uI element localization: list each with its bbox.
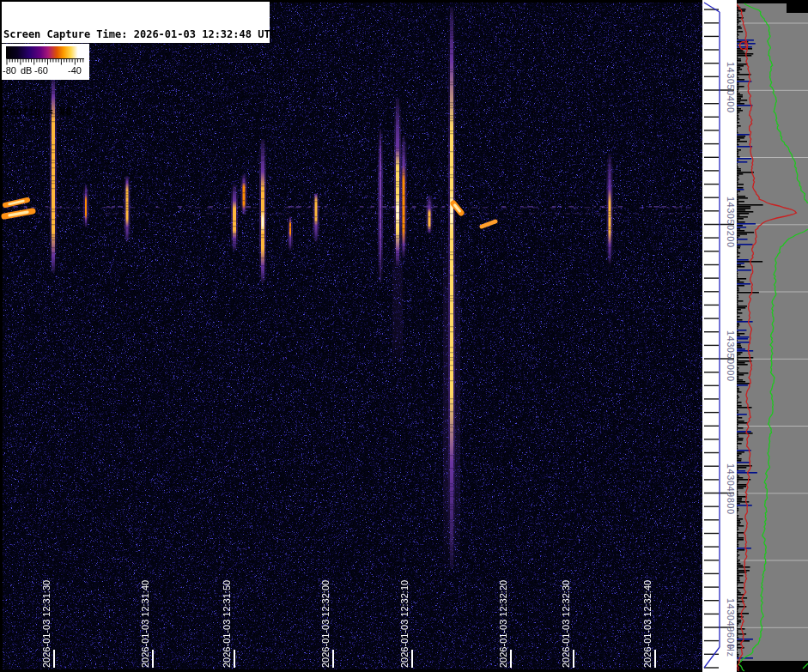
screen-capture: Screen Capture Time: 2026-01-03 12:32:48… (0, 0, 808, 672)
time-tick-label: 2026-01-03 12:32:20 (498, 580, 508, 668)
color-scale-gradient (6, 46, 84, 58)
time-tick-label: 2026-01-03 12:31:30 (41, 580, 52, 668)
spectrum-graph (737, 0, 808, 672)
time-tick-mark (654, 650, 656, 668)
freq-unit-label: Hz (726, 645, 736, 657)
time-tick-label: 2026-01-03 12:32:00 (320, 580, 331, 668)
time-tick-label: 2026-01-03 12:32:40 (642, 580, 653, 668)
time-tick-label: 2026-01-03 12:32:10 (399, 580, 410, 668)
time-tick-mark (332, 650, 334, 668)
color-scale-box: -80 dB -60 -40 (2, 44, 89, 80)
time-tick-mark (510, 650, 512, 668)
info-box: Screen Capture Time: 2026-01-03 12:32:48… (2, 2, 270, 43)
time-tick-label: 2026-01-03 12:31:40 (140, 580, 150, 668)
time-tick-label: 2026-01-03 12:32:30 (561, 580, 571, 668)
db-unit-label: dB (21, 65, 32, 76)
freq-tick-label: 143049600 (726, 598, 736, 650)
color-scale-labels: -80 dB -60 -40 (2, 65, 89, 78)
freq-tick-label: 143049800 (726, 463, 736, 515)
time-tick-mark (234, 650, 235, 668)
time-tick-mark (411, 650, 413, 668)
capture-time-text: Screen Capture Time: 2026-01-03 12:32:48… (3, 28, 268, 41)
freq-tick-label: 143050000 (726, 330, 736, 382)
time-tick-mark (573, 650, 574, 668)
db-min-label: -80 (3, 65, 16, 76)
time-tick-mark (53, 650, 55, 668)
db-max-label: -40 (68, 65, 82, 76)
freq-tick-label: 143050400 (726, 62, 736, 113)
time-tick-mark (152, 650, 154, 668)
freq-tick-label: 143050200 (726, 197, 736, 248)
config-text: Config = V8 (3, 106, 268, 118)
db-mid-label: -60 (34, 65, 48, 76)
spectrum-side-panel (737, 0, 808, 672)
frequency-axis: 1430504001430502001430500001430498001430… (702, 0, 737, 672)
time-tick-label: 2026-01-03 12:31:50 (222, 580, 232, 668)
